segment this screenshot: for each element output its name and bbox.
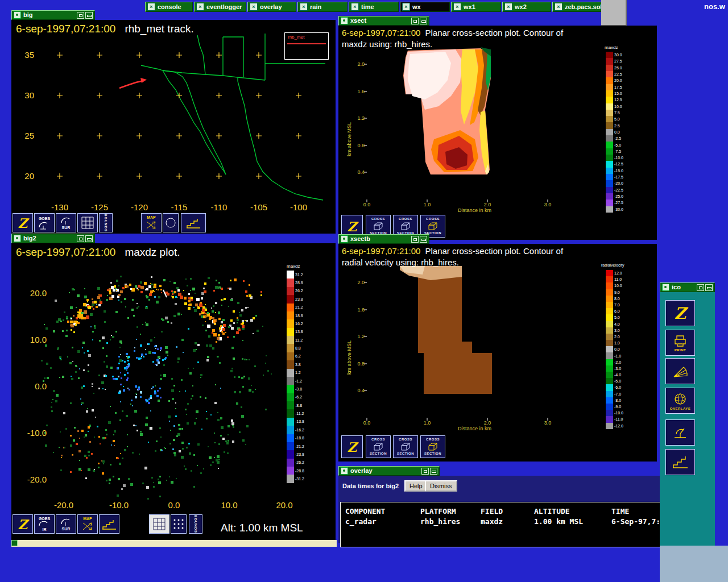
iconify-button[interactable] [421, 468, 429, 475]
lon-tick: -115 [164, 202, 195, 212]
window-check-icon [402, 3, 410, 11]
antenna-dish-icon [672, 425, 689, 440]
resize-button[interactable] [85, 12, 93, 19]
radar-scan-button[interactable] [665, 358, 695, 384]
x-tick: 3.0 [539, 202, 556, 207]
iconify-button[interactable] [411, 18, 419, 24]
iconify-button[interactable] [77, 235, 84, 242]
window-tab-big[interactable]: big [11, 10, 95, 20]
iconify-button[interactable] [697, 284, 704, 291]
grid-button[interactable] [77, 213, 98, 232]
y-tick: -20.0 [14, 475, 47, 484]
cross-section-button-2[interactable]: CROSS SECTION [393, 435, 418, 458]
window-tab-xsect[interactable]: xsect [338, 16, 429, 26]
grid-button-active[interactable] [149, 514, 169, 534]
y-tick: 1.2 [353, 334, 365, 339]
zeb-logo-icon: Z [348, 439, 357, 455]
altitude-steps-button[interactable] [665, 449, 695, 475]
window-tab-ico[interactable]: ico [660, 282, 715, 292]
goes-label: GOES [39, 217, 50, 221]
zeb-logo-icon: Z [18, 215, 28, 231]
window-tab-big2[interactable]: big2 [11, 234, 95, 243]
zeb-logo-button[interactable]: Z [665, 300, 695, 326]
taskbar-item-wx[interactable]: wx [400, 2, 450, 12]
window-menu-button[interactable] [14, 11, 21, 19]
taskbar-item-zeb-pacs-sol[interactable]: zeb.pacs.sol [552, 2, 602, 12]
window-check-icon [504, 3, 512, 11]
resize-button[interactable] [420, 18, 427, 24]
x-tick: 0.0 [358, 202, 375, 207]
cell-altitude: 1.00 km MSL [534, 517, 611, 526]
window-menu-button[interactable] [341, 467, 348, 475]
bounds-button[interactable]: BOUNDS [189, 514, 202, 534]
plot-title-line2: radial velocity using: rhb_hires. [342, 257, 459, 267]
window-check-icon [147, 3, 155, 11]
dismiss-button[interactable]: Dismiss [425, 480, 457, 492]
section-label: SECTION [370, 452, 387, 456]
window-title: big2 [23, 235, 36, 242]
iconify-button[interactable] [411, 236, 419, 243]
zeb-logo-icon: Z [675, 304, 686, 323]
header-platform: PLATFORM [420, 507, 481, 516]
cross-section-button-1[interactable]: CROSS SECTION [366, 435, 391, 458]
cube-icon [400, 222, 411, 231]
goes-button[interactable]: GOES [34, 213, 55, 232]
window-check-icon [196, 3, 204, 11]
zeb-logo-button[interactable]: Z [13, 213, 33, 232]
header-altitude: ALTITUDE [534, 507, 611, 516]
zeb-logo-button[interactable]: Z [341, 435, 363, 458]
lon-tick: -110 [204, 202, 234, 212]
iconify-button[interactable] [77, 12, 84, 19]
surveillance-button[interactable]: SUR [56, 514, 76, 534]
resize-button[interactable] [705, 284, 713, 291]
altitude-steps-button[interactable] [181, 213, 206, 232]
print-label: PRINT [675, 348, 686, 352]
taskbar-item-label: overlay [260, 4, 282, 10]
plot-timestamp: 6-sep-1997,07:21:00 [16, 246, 125, 258]
plot-timestamp: 6-sep-1997,07:21:00 [342, 246, 425, 256]
window-menu-button[interactable] [341, 235, 348, 243]
y-tick: -10.0 [14, 428, 47, 438]
taskbar-item-overlay[interactable]: overlay [247, 2, 296, 12]
antenna-button[interactable] [665, 419, 695, 446]
taskbar-item-eventlogger[interactable]: eventlogger [194, 2, 246, 12]
dots-pattern-button[interactable] [171, 514, 187, 534]
taskbar-item-wx1[interactable]: wx1 [451, 2, 501, 12]
x-tick: 0.0 [157, 500, 191, 510]
window-tab-overlay[interactable]: overlay [338, 466, 440, 476]
help-button[interactable]: Help [404, 480, 428, 492]
resize-button[interactable] [85, 235, 93, 242]
zeb-logo-button[interactable]: Z [13, 514, 33, 534]
window-menu-button[interactable] [341, 17, 348, 24]
bounds-button[interactable]: BOUNDS [99, 213, 113, 232]
y-tick: 1.6 [353, 89, 365, 94]
desktop: console eventlogger overlay rain time wx… [0, 0, 728, 582]
window-menu-button[interactable] [662, 284, 669, 291]
section-label: SECTION [397, 452, 414, 456]
goes-ir-button[interactable]: GOES IR [34, 514, 55, 534]
cross-section-button-3[interactable]: CROSS SECTION [420, 435, 445, 458]
taskbar-item-time[interactable]: time [349, 2, 399, 12]
header-component: COMPONENT [345, 507, 420, 516]
iconified-window[interactable] [601, 0, 627, 26]
surveillance-button[interactable]: SUR [56, 213, 76, 232]
overlays-button[interactable]: OVERLAYS [665, 388, 695, 414]
taskbar-item-console[interactable]: console [145, 2, 193, 12]
x-tick: 2.0 [479, 202, 496, 207]
map-button[interactable]: MAP [141, 213, 162, 232]
track-legend: rhb_met [284, 32, 329, 60]
map-button[interactable]: MAP [77, 514, 98, 534]
window-menu-button[interactable] [14, 235, 21, 242]
print-button[interactable]: PRINT [665, 330, 695, 356]
taskbar-item-rain[interactable]: rain [297, 2, 348, 12]
taskbar-item-wx2[interactable]: wx2 [502, 2, 551, 12]
resize-button[interactable] [430, 468, 437, 475]
altitude-steps-button[interactable] [99, 514, 119, 534]
resize-button[interactable] [420, 236, 427, 243]
lon-tick: -120 [124, 202, 155, 212]
y-tick: 1.2 [353, 115, 365, 121]
window-title: xsectb [350, 236, 370, 242]
xsectb-toolbar: Z CROSS SECTION CROSS SECTION CROSS SECT… [338, 435, 657, 459]
range-ring-button[interactable] [163, 213, 179, 232]
window-tab-xsectb[interactable]: xsectb [338, 234, 429, 244]
